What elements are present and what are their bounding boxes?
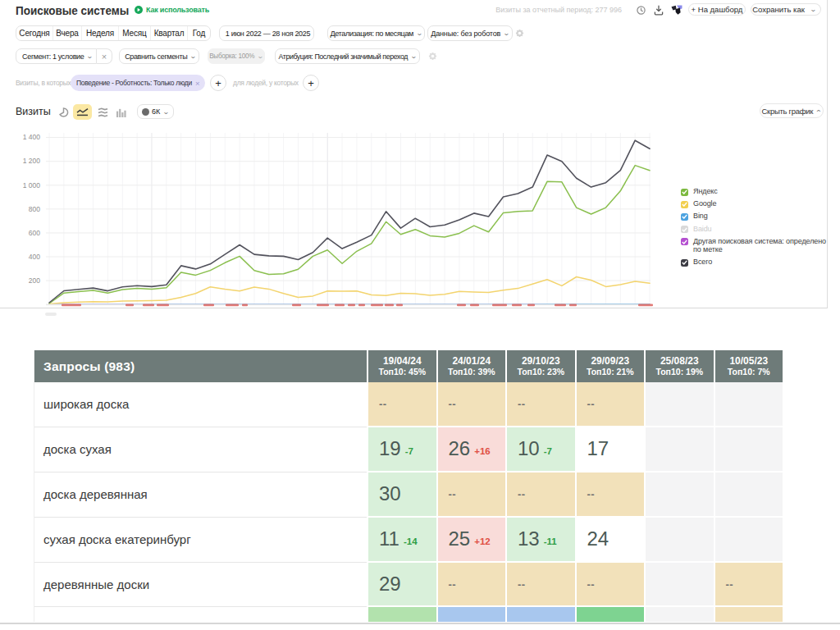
column-top10: Топ10: 45%	[378, 367, 426, 377]
period-button-2[interactable]: Вчера	[53, 26, 82, 40]
period-button-5[interactable]: Квартал	[151, 26, 188, 40]
legend-item-1[interactable]: Яндекс	[681, 187, 827, 199]
period-button-6[interactable]: Год	[188, 26, 210, 40]
chevron-down-icon: ⌄	[189, 52, 197, 60]
query-cell[interactable]: широкая доска	[34, 382, 367, 427]
save-as-chevron-button[interactable]: ⌄	[806, 3, 821, 16]
legend-checkbox-icon[interactable]	[681, 226, 688, 233]
legend-item-5[interactable]: Другая поисковая система: определено по …	[681, 237, 827, 258]
hide-chart-label: Скрыть график	[762, 107, 813, 116]
chevron-down-icon: ⌄	[416, 30, 423, 37]
table-header-row: Запросы (983) 19/04/24Топ10: 45%24/01/24…	[34, 350, 783, 382]
chart-groups-selector[interactable]: 6К ⌄	[137, 104, 174, 119]
date-column-header-6[interactable]: 10/05/23Топ10: 7%	[714, 350, 783, 382]
chart-legend: ЯндексGoogleBingBaiduДругая поисковая си…	[681, 187, 827, 271]
metrica-report-panel: Поисковые системы Как использовать Визит…	[0, 0, 828, 308]
rank-cell: --	[436, 382, 506, 427]
date-column-header-5[interactable]: 25/08/23Топ10: 19%	[644, 350, 714, 382]
rank-cell: 10-7	[505, 427, 575, 472]
pie-chart-type-icon[interactable]	[58, 107, 69, 117]
download-button[interactable]	[653, 5, 664, 16]
query-cell[interactable]	[34, 607, 367, 622]
rank-cell	[644, 427, 714, 472]
line-chart-type-icon-selected[interactable]	[73, 104, 92, 120]
chevron-up-icon: ⌄	[815, 108, 822, 116]
segment-clear-button[interactable]: ×	[97, 48, 112, 64]
compare-segments-button[interactable]: Сравнить сегменты⌄	[119, 48, 199, 64]
rank-value: 17	[587, 437, 609, 460]
table-row-1: широкая доска--------	[34, 382, 783, 427]
column-date: 10/05/23	[729, 356, 768, 368]
metrica-logo-icon[interactable]	[671, 5, 682, 16]
legend-checkbox-icon[interactable]	[681, 189, 688, 196]
date-column-header-4[interactable]: 29/09/23Топ10: 21%	[575, 350, 645, 382]
rank-cell: 17	[575, 427, 645, 472]
date-column-header-2[interactable]: 24/01/24Топ10: 39%	[436, 350, 506, 382]
queries-header-cell[interactable]: Запросы (983)	[34, 350, 367, 382]
rank-cell: --	[436, 563, 506, 608]
rank-delta: +12	[474, 532, 491, 546]
rank-cell: 25+12	[436, 518, 506, 563]
legend-checkbox-icon[interactable]	[681, 201, 688, 208]
data-robots-label: Данные: без роботов	[431, 30, 500, 38]
date-range-label: 1 июн 2022 — 28 ноя 2025	[226, 30, 310, 38]
chevron-down-icon: ⌄	[810, 6, 817, 13]
date-column-header-1[interactable]: 19/04/24Топ10: 45%	[367, 350, 436, 382]
keyword-rank-table: Запросы (983) 19/04/24Топ10: 45%24/01/24…	[34, 350, 783, 622]
save-as-button[interactable]: Сохранить как	[751, 3, 806, 16]
rank-cell: 19-7	[367, 427, 436, 472]
stacked-area-chart-type-icon[interactable]	[98, 107, 108, 117]
period-button-4[interactable]: Месяц	[119, 26, 151, 40]
svg-text:600: 600	[29, 229, 40, 237]
hide-chart-button[interactable]: Скрыть график ⌄	[760, 103, 824, 118]
table-row-2: доска сухая19-726+1610-717	[34, 427, 783, 472]
rank-cell	[644, 472, 714, 518]
play-icon	[135, 6, 143, 14]
settings-gear-icon[interactable]	[428, 52, 437, 61]
chevron-down-icon: ⌄	[162, 108, 170, 116]
query-cell[interactable]: доска деревянная	[34, 472, 367, 518]
rank-cell	[367, 607, 436, 622]
rank-cell: 29	[367, 563, 436, 608]
add-to-dashboard-button[interactable]: + На дашборд	[688, 3, 746, 16]
rank-cell	[644, 518, 714, 563]
rank-cell	[505, 607, 575, 622]
legend-item-6[interactable]: Всего	[681, 258, 827, 270]
filter-chip-robots[interactable]: Поведение - Роботность: Только люди ×	[71, 75, 205, 91]
history-clock-button[interactable]	[635, 5, 646, 16]
query-cell[interactable]: деревянные доски	[34, 563, 367, 608]
svg-text:1 200: 1 200	[23, 157, 41, 165]
add-visit-filter-button[interactable]: +	[210, 75, 226, 91]
detail-label: Детализация: по месяцам	[330, 30, 413, 38]
attribution-button[interactable]: Атрибуция: Последний значимый переход⌄	[275, 48, 420, 64]
legend-item-2[interactable]: Google	[681, 199, 827, 212]
rank-cell	[644, 382, 714, 427]
rank-delta: -11	[544, 532, 557, 546]
metric-visits-label: Визиты	[16, 106, 51, 117]
column-top10: Топ10: 7%	[728, 367, 770, 377]
legend-checkbox-icon[interactable]	[681, 259, 688, 267]
date-range-button[interactable]: 1 июн 2022 — 28 ноя 2025	[219, 25, 314, 41]
legend-item-3[interactable]: Bing	[681, 212, 827, 224]
bar-chart-type-icon[interactable]	[116, 107, 126, 117]
table-row-4: сухая доска екатеринбург11-1425+1213-112…	[34, 518, 783, 563]
how-to-use-link[interactable]: Как использовать	[135, 6, 209, 14]
segment-button[interactable]: Сегмент: 1 условие⌄	[16, 48, 97, 64]
date-column-header-3[interactable]: 29/10/23Топ10: 23%	[505, 350, 575, 382]
legend-checkbox-icon[interactable]	[681, 238, 688, 245]
period-button-1[interactable]: Сегодня	[16, 26, 53, 40]
sampling-button[interactable]: Выборка: 100%⌄	[208, 48, 265, 64]
chip-close-icon[interactable]: ×	[195, 79, 199, 88]
query-cell[interactable]: сухая доска екатеринбург	[34, 518, 367, 563]
legend-checkbox-icon[interactable]	[681, 213, 688, 221]
legend-label: Яндекс	[693, 187, 718, 195]
data-robots-button[interactable]: Данные: без роботов⌄	[427, 25, 513, 41]
query-cell[interactable]: доска сухая	[34, 427, 367, 472]
detail-button[interactable]: Детализация: по месяцам⌄	[327, 25, 425, 41]
settings-gear-icon[interactable]	[515, 29, 524, 38]
no-rank-dashes: --	[449, 578, 457, 591]
period-button-3[interactable]: Неделя	[82, 26, 119, 40]
attribution-label: Атрибуция: Последний значимый переход	[278, 52, 407, 61]
legend-item-4[interactable]: Baidu	[681, 225, 827, 237]
add-user-filter-button[interactable]: +	[303, 75, 319, 91]
